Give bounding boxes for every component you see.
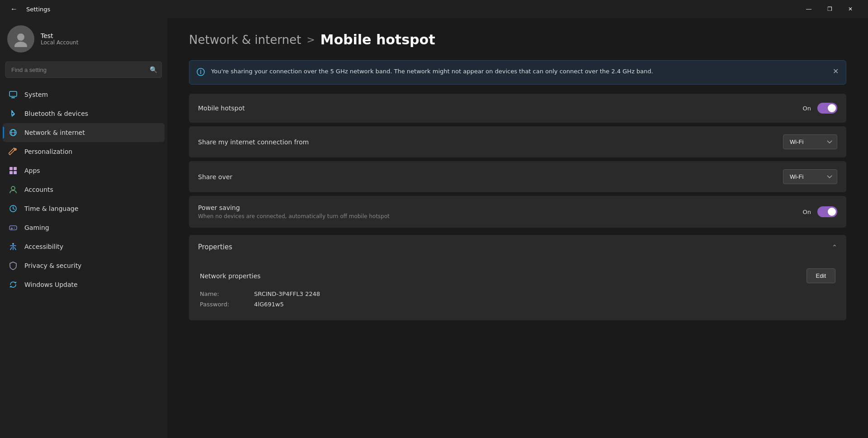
edit-button[interactable]: Edit: [807, 268, 835, 283]
title-bar-left: ← Settings: [7, 2, 798, 16]
name-prop-row: Name: SRCIND-3P4FFL3 2248: [200, 290, 835, 297]
alert-banner: You're sharing your connection over the …: [189, 60, 846, 85]
sidebar-item-system[interactable]: System: [3, 85, 165, 104]
svg-point-0: [17, 33, 24, 41]
network-icon: [8, 128, 18, 138]
time-icon: [8, 204, 18, 214]
share-over-right: Wi-Fi Bluetooth: [783, 169, 837, 184]
breadcrumb-separator: >: [307, 34, 315, 45]
sidebar-label-gaming: Gaming: [24, 224, 49, 231]
user-account-type: Local Account: [41, 39, 78, 46]
svg-rect-11: [14, 171, 17, 174]
alert-close-button[interactable]: ✕: [831, 65, 840, 77]
sidebar-item-update[interactable]: Windows Update: [3, 275, 165, 294]
share-from-row: Share my internet connection from Wi-Fi …: [189, 126, 846, 157]
svg-point-17: [14, 228, 15, 229]
password-value: 4lG691w5: [254, 301, 284, 308]
back-button[interactable]: ←: [7, 2, 21, 16]
sidebar-label-apps: Apps: [24, 167, 40, 174]
nav-list: System Bluetooth & devices: [0, 85, 167, 431]
page-title: Mobile hotspot: [321, 32, 435, 48]
svg-point-1: [14, 42, 27, 47]
network-props-row: Network properties Edit: [200, 268, 835, 283]
sidebar-item-network[interactable]: Network & internet: [3, 123, 165, 142]
user-name: Test: [41, 32, 78, 39]
sidebar-label-time: Time & language: [24, 205, 78, 212]
breadcrumb-parent[interactable]: Network & internet: [189, 33, 301, 47]
minimize-button[interactable]: —: [798, 2, 819, 16]
user-section[interactable]: Test Local Account: [0, 18, 167, 62]
search-icon: 🔍: [150, 66, 157, 73]
sidebar-label-bluetooth: Bluetooth & devices: [24, 110, 88, 117]
window-controls: — ❐ ✕: [798, 2, 861, 16]
sidebar-item-gaming[interactable]: Gaming: [3, 218, 165, 237]
sidebar-item-accessibility[interactable]: Accessibility: [3, 237, 165, 256]
search-box: 🔍: [5, 62, 162, 78]
svg-rect-2: [9, 91, 17, 96]
settings-window: ← Settings — ❐ ✕ Test Local Account: [0, 0, 868, 438]
maximize-button[interactable]: ❐: [819, 2, 840, 16]
sidebar-label-accounts: Accounts: [24, 186, 53, 193]
power-saving-sub: When no devices are connected, automatic…: [198, 213, 390, 219]
avatar: [7, 25, 34, 52]
sidebar-item-accounts[interactable]: Accounts: [3, 180, 165, 199]
sidebar-label-privacy: Privacy & security: [24, 262, 81, 269]
accounts-icon: [8, 185, 18, 195]
update-icon: [8, 280, 18, 290]
svg-point-21: [200, 70, 201, 71]
sidebar-item-privacy[interactable]: Privacy & security: [3, 256, 165, 275]
main-layout: Test Local Account 🔍 System: [0, 18, 868, 438]
sidebar-label-network: Network & internet: [24, 129, 85, 136]
breadcrumb: Network & internet > Mobile hotspot: [189, 32, 846, 48]
mobile-hotspot-row: Mobile hotspot On: [189, 94, 846, 123]
svg-rect-14: [9, 226, 17, 230]
sidebar-item-bluetooth[interactable]: Bluetooth & devices: [3, 104, 165, 123]
app-title: Settings: [26, 6, 50, 13]
bluetooth-icon: [8, 109, 18, 119]
properties-header[interactable]: Properties ⌃: [189, 235, 846, 259]
share-over-label: Share over: [198, 173, 232, 181]
power-saving-state: On: [803, 209, 811, 215]
sidebar-label-system: System: [24, 91, 48, 98]
sidebar-item-time[interactable]: Time & language: [3, 199, 165, 218]
privacy-icon: [8, 261, 18, 271]
share-from-label: Share my internet connection from: [198, 138, 309, 146]
power-saving-right: On: [803, 206, 837, 217]
properties-content: Network properties Edit Name: SRCIND-3P4…: [189, 259, 846, 320]
gaming-icon: [8, 223, 18, 233]
svg-rect-10: [9, 171, 13, 174]
content-area: Network & internet > Mobile hotspot You'…: [167, 18, 868, 438]
sidebar: Test Local Account 🔍 System: [0, 18, 167, 438]
close-button[interactable]: ✕: [840, 2, 861, 16]
system-icon: [8, 90, 18, 100]
name-label: Name:: [200, 290, 254, 297]
properties-title: Properties: [198, 243, 232, 251]
power-saving-label: Power saving: [198, 204, 390, 211]
name-value: SRCIND-3P4FFL3 2248: [254, 290, 320, 297]
search-input[interactable]: [5, 62, 162, 78]
sidebar-item-apps[interactable]: Apps: [3, 161, 165, 180]
network-properties-label: Network properties: [200, 272, 260, 280]
share-from-right: Wi-Fi Ethernet: [783, 134, 837, 149]
apps-icon: [8, 166, 18, 176]
mobile-hotspot-label: Mobile hotspot: [198, 105, 245, 112]
sidebar-label-personalization: Personalization: [24, 148, 72, 155]
svg-point-12: [11, 186, 15, 190]
title-bar: ← Settings — ❐ ✕: [0, 0, 868, 18]
share-from-dropdown[interactable]: Wi-Fi Ethernet: [783, 134, 837, 149]
alert-text: You're sharing your connection over the …: [211, 67, 653, 76]
accessibility-icon: [8, 242, 18, 252]
alert-icon: [197, 68, 205, 78]
mobile-hotspot-toggle[interactable]: [817, 103, 837, 114]
password-label: Password:: [200, 301, 254, 308]
share-over-row: Share over Wi-Fi Bluetooth: [189, 161, 846, 192]
svg-point-18: [12, 243, 14, 245]
share-over-dropdown[interactable]: Wi-Fi Bluetooth: [783, 169, 837, 184]
sidebar-item-personalization[interactable]: Personalization: [3, 142, 165, 161]
mobile-hotspot-right: On: [803, 103, 837, 114]
svg-rect-3: [11, 97, 15, 98]
power-saving-toggle[interactable]: [817, 206, 837, 217]
password-prop-row: Password: 4lG691w5: [200, 301, 835, 308]
chevron-up-icon: ⌃: [832, 243, 837, 251]
svg-rect-8: [9, 167, 13, 170]
